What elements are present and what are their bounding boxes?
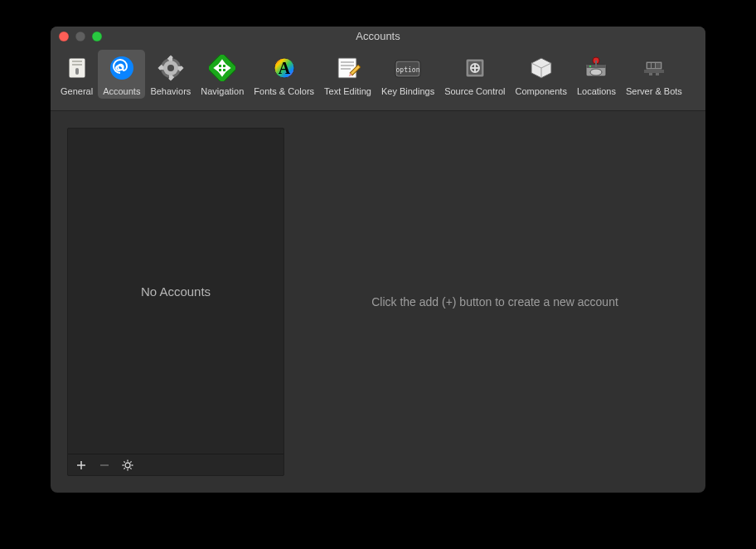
tab-locations[interactable]: Locations [572, 50, 621, 99]
tab-server-bots[interactable]: Server & Bots [621, 50, 687, 99]
svg-rect-46 [652, 63, 655, 68]
plus-icon [76, 460, 86, 470]
svg-point-16 [167, 65, 174, 71]
tab-label: Components [516, 86, 567, 96]
tab-fonts-colors[interactable]: A Fonts & Colors [249, 50, 319, 99]
locations-icon [581, 53, 611, 83]
navigation-icon [207, 53, 237, 83]
svg-rect-49 [649, 73, 652, 75]
tab-label: Text Editing [324, 86, 371, 96]
svg-rect-22 [338, 58, 356, 78]
gear-icon [122, 459, 133, 471]
svg-rect-50 [656, 73, 659, 75]
svg-point-51 [125, 463, 130, 468]
svg-point-40 [589, 66, 591, 67]
svg-line-56 [124, 461, 124, 462]
accounts-icon [107, 53, 137, 83]
tab-label: Server & Bots [626, 86, 682, 96]
account-detail-pane: Click the add (+) button to create a new… [301, 128, 689, 476]
content-area: No Accounts [51, 111, 705, 493]
tab-label: General [61, 86, 93, 96]
server-bots-icon [639, 53, 669, 83]
tab-label: Navigation [201, 86, 244, 96]
tab-components[interactable]: Components [511, 50, 572, 99]
tab-general[interactable]: General [56, 50, 98, 99]
svg-line-57 [130, 468, 131, 469]
tab-label: Source Control [444, 86, 505, 96]
svg-text:A: A [278, 59, 290, 77]
tab-label: Behaviors [150, 86, 191, 96]
sidebar-footer [68, 454, 284, 475]
account-actions-button[interactable] [121, 459, 134, 472]
preferences-window: Accounts General Accoun [51, 27, 705, 493]
fonts-colors-icon: A [269, 53, 299, 83]
svg-rect-48 [644, 70, 664, 73]
svg-rect-47 [656, 63, 661, 68]
svg-line-58 [124, 468, 124, 469]
svg-rect-1 [72, 61, 82, 62]
tab-label: Fonts & Colors [254, 86, 314, 96]
svg-rect-45 [647, 63, 651, 68]
zoom-window-button[interactable] [92, 32, 102, 41]
general-icon [62, 53, 92, 83]
tab-label: Locations [577, 86, 616, 96]
close-window-button[interactable] [59, 32, 69, 41]
tab-key-bindings[interactable]: option Key Bindings [376, 50, 439, 99]
remove-account-button[interactable] [98, 459, 111, 472]
accounts-sidebar: No Accounts [67, 128, 284, 476]
titlebar: Accounts [51, 27, 705, 46]
add-account-button[interactable] [75, 459, 88, 472]
tab-text-editing[interactable]: Text Editing [319, 50, 376, 99]
tab-label: Accounts [103, 86, 140, 96]
tab-navigation[interactable]: Navigation [196, 50, 249, 99]
svg-rect-2 [72, 64, 82, 66]
svg-rect-35 [471, 67, 479, 69]
key-bindings-icon: option [393, 53, 423, 83]
window-title: Accounts [51, 27, 705, 46]
preferences-toolbar: General Accounts [51, 46, 705, 111]
tab-accounts[interactable]: Accounts [98, 50, 145, 99]
svg-line-59 [130, 461, 131, 462]
no-accounts-label: No Accounts [141, 284, 211, 299]
svg-text:option: option [396, 66, 420, 74]
svg-rect-3 [75, 68, 79, 75]
source-control-icon [460, 53, 490, 83]
accounts-list: No Accounts [68, 129, 284, 454]
components-icon [526, 53, 556, 83]
svg-rect-43 [595, 61, 597, 67]
tab-label: Key Bindings [381, 86, 434, 96]
tab-source-control[interactable]: Source Control [439, 50, 510, 99]
svg-point-41 [590, 69, 602, 75]
empty-hint-text: Click the add (+) button to create a new… [371, 295, 618, 309]
window-controls [59, 32, 102, 41]
behaviors-icon [156, 53, 186, 83]
tab-behaviors[interactable]: Behaviors [145, 50, 196, 99]
text-editing-icon [332, 53, 362, 83]
minus-icon [99, 460, 109, 470]
minimize-window-button[interactable] [75, 32, 85, 41]
